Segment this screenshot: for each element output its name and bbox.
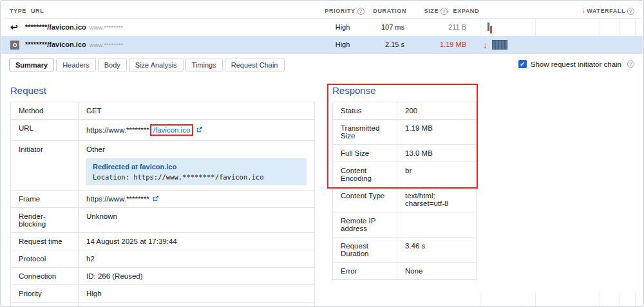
table-row: Content Encoding br [333, 162, 476, 187]
request-section-title: Request [10, 85, 46, 96]
table-row: Method GET [11, 102, 314, 119]
response-details-table: Status 200 Transmitted Size 1.19 MB Full… [332, 102, 477, 280]
waterfall-bar [492, 40, 507, 50]
column-header-url[interactable]: URL [31, 3, 44, 19]
table-row: Request Index 66 [11, 302, 314, 307]
expand-arrow-icon: ← [445, 7, 452, 14]
type-badge-icon: O [10, 36, 19, 53]
detail-tabs: Summary Headers Body Size Analysis Timin… [9, 59, 285, 71]
url-prefix: https://www.******** [86, 126, 149, 134]
duration-cell: 2.15 s [359, 36, 404, 53]
tab-headers[interactable]: Headers [56, 59, 96, 71]
table-row: Error None [333, 262, 476, 279]
tab-summary[interactable]: Summary [9, 59, 54, 71]
network-request-details-panel: TYPE URL PRIORITY? DURATION SIZE? ←EXPAN… [0, 0, 644, 307]
redirect-location: Location: https://www.********/favicon.i… [93, 173, 300, 181]
table-row: Content Type text/html; charset=utf-8 [333, 187, 476, 212]
table-row: Render-blocking Unknown [11, 207, 314, 232]
table-row: URL https://www.********/favicon.ico [11, 119, 314, 140]
request-row-redirect[interactable]: ↩ ********/favicon.icowww.******** High … [1, 19, 643, 36]
request-row-selected[interactable]: O ********/favicon.icowww.******** High … [1, 36, 643, 53]
size-cell: 1.19 MB [417, 36, 466, 53]
reply-arrow-icon: ↩ [10, 19, 18, 37]
column-header-type[interactable]: TYPE [10, 3, 26, 19]
table-row: Transmitted Size 1.19 MB [333, 119, 476, 144]
external-link-icon[interactable] [196, 126, 203, 133]
table-row: Initiator Other Redirected at favicon.ic… [11, 140, 314, 190]
waterfall-gridline [600, 293, 600, 307]
request-url-cell: ********/favicon.icowww.******** [25, 36, 123, 53]
waterfall-redirect-marker [490, 26, 492, 33]
size-cell: 211 B [417, 19, 466, 36]
request-url-cell: ********/favicon.icowww.******** [25, 19, 123, 36]
table-row: Remote IP address [333, 212, 476, 237]
redirect-info-box: Redirected at favicon.ico Location: http… [86, 158, 307, 185]
table-row: Protocol h2 [11, 250, 314, 267]
toggle-label: Show request initiator chain [531, 60, 621, 68]
tab-timings[interactable]: Timings [185, 59, 223, 71]
initiator-type: Other [86, 145, 307, 153]
redirect-note[interactable]: Redirected at favicon.ico [93, 163, 300, 171]
column-header-waterfall[interactable]: ↓WATERFALL? [582, 3, 634, 19]
table-row: Priority High [11, 284, 314, 302]
table-row: Request time 14 August 2025 at 17:39:44 [11, 232, 314, 250]
favicon-link[interactable]: /favicon.ico [153, 126, 191, 134]
waterfall-gridline [480, 293, 480, 307]
table-row: Status 200 [333, 102, 476, 119]
tab-size-analysis[interactable]: Size Analysis [129, 59, 184, 71]
annotation-box-favicon: /favicon.ico [150, 124, 194, 136]
tab-body[interactable]: Body [98, 59, 127, 71]
column-header-size[interactable]: SIZE? [415, 3, 448, 19]
initiator-chain-help-icon[interactable]: ? [627, 60, 634, 68]
table-row: Request Duration 3.46 s [333, 237, 476, 262]
network-table-header: TYPE URL PRIORITY? DURATION SIZE? ←EXPAN… [3, 3, 641, 19]
rows-divider [1, 53, 643, 54]
request-details-table: Method GET URL https://www.********/favi… [10, 102, 315, 307]
external-link-icon[interactable] [152, 195, 159, 202]
waterfall-gridline [619, 293, 620, 307]
table-row: Frame https://www.******** [11, 190, 314, 207]
waterfall-sort-arrow-icon: ↓ [582, 7, 586, 14]
initiator-chain-toggle[interactable]: ✓ Show request initiator chain ? [518, 60, 634, 68]
duration-cell: 107 ms [359, 19, 404, 36]
waterfall-gridline [535, 293, 536, 307]
frame-url: https://www.******** [86, 195, 149, 203]
response-section-title: Response [332, 85, 376, 96]
checkbox-checked-icon[interactable]: ✓ [518, 60, 527, 68]
expand-button[interactable]: ←EXPAND [445, 3, 479, 19]
column-header-duration[interactable]: DURATION [361, 3, 406, 19]
waterfall-gridline [635, 293, 636, 307]
waterfall-bar [488, 23, 489, 31]
table-row: Full Size 13.0 MB [333, 144, 476, 162]
waterfall-redirect-arrow-icon: ↓ [483, 36, 488, 53]
tab-request-chain[interactable]: Request Chain [225, 59, 285, 71]
table-row: Connection ID: 266 (Reused) [11, 267, 314, 284]
waterfall-help-icon[interactable]: ? [627, 8, 634, 15]
